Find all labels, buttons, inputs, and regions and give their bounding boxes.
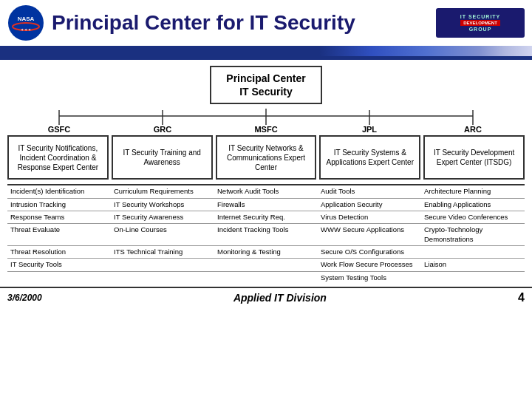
grc-branch-box: IT Security Training and Awareness [112,135,213,180]
detail-cell-3-2: Incident Tracking Tools [214,224,318,245]
detail-cell-6-2 [214,272,318,284]
detail-cell-6-0 [7,272,111,284]
detail-cell-3-3: WWW Secure Applications [318,224,421,245]
detail-cell-4-1: ITS Technical Training [111,246,214,258]
detail-cell-4-0: Threat Resolution [7,246,111,258]
detail-cell-1-4: Enabling Applications [421,199,525,211]
gsfc-branch-box: IT Security Notifications, Incident Coor… [7,135,109,180]
footer-date: 3/6/2000 [7,293,42,303]
center-box-line2: IT Security [239,86,293,98]
arc-branch-box: IT Security Development Expert Center (I… [423,135,525,180]
detail-cell-3-4: Crypto-Technology Demonstrations [421,224,525,245]
footer-page: 4 [518,291,525,304]
svg-text:✦ ✦ ✦: ✦ ✦ ✦ [21,27,32,32]
branch-boxes: IT Security Notifications, Incident Coor… [7,135,525,180]
detail-cell-5-3: Work Flow Secure Processes [318,259,421,270]
detail-rows: Incident(s) IdentificationCurriculum Req… [7,184,525,284]
center-box-wrapper: Principal Center IT Security [7,66,525,104]
detail-cell-3-1: On-Line Courses [111,224,214,245]
page-title: Principal Center for IT Security [52,11,436,35]
detail-cell-5-1 [111,259,214,270]
nasa-logo: NASA ✦ ✦ ✦ [7,4,44,41]
detail-row-0: Incident(s) IdentificationCurriculum Req… [7,184,525,197]
branch-label-gsfc: GSFC [7,125,111,134]
jpl-branch-box: IT Security Systems & Applications Exper… [319,135,420,180]
detail-row-2: Response TeamsIT Security AwarenessInter… [7,211,525,223]
detail-cell-4-2: Monitoring & Testing [214,246,318,258]
detail-cell-0-2: Network Audit Tools [214,185,318,197]
main-content: Principal Center IT Security GSFC GRC MS… [0,66,532,284]
detail-cell-6-4 [421,272,525,284]
detail-cell-2-4: Secure Video Conferences [421,211,525,223]
detail-cell-6-1 [111,272,214,284]
detail-row-1: Intrusion TrackingIT Security WorkshopsF… [7,198,525,211]
detail-row-3: Threat EvaluateOn-Line CoursesIncident T… [7,223,525,245]
footer: 3/6/2000 Applied IT Division 4 [0,287,532,307]
detail-cell-4-3: Secure O/S Configurations [318,246,421,258]
connector-lines [7,109,525,125]
detail-cell-1-0: Intrusion Tracking [7,199,111,211]
detail-cell-6-3: System Testing Tools [318,272,421,284]
blue-bar-2 [0,56,532,60]
branch-label-arc: ARC [421,125,525,134]
branch-labels: GSFC GRC MSFC JPL ARC [7,125,525,134]
detail-row-6: System Testing Tools [7,271,525,284]
detail-cell-1-2: Firewalls [214,199,318,211]
detail-cell-5-4: Liaison [421,259,525,270]
detail-cell-5-2 [214,259,318,270]
detail-cell-4-4 [421,246,525,258]
msfc-branch-box: IT Security Networks & Communications Ex… [216,135,317,180]
detail-cell-0-4: Architecture Planning [421,185,525,197]
detail-cell-2-3: Virus Detection [318,211,421,223]
svg-text:NASA: NASA [18,16,35,22]
detail-row-4: Threat ResolutionITS Technical TrainingM… [7,245,525,258]
detail-cell-3-0: Threat Evaluate [7,224,111,245]
branch-label-jpl: JPL [318,125,421,134]
detail-cell-2-1: IT Security Awareness [111,211,214,223]
security-logo: IT SECURITY DEVELOPMENT GROUP [436,8,525,38]
detail-cell-1-3: Application Security [318,199,421,211]
detail-cell-1-1: IT Security Workshops [111,199,214,211]
detail-cell-2-0: Response Teams [7,211,111,223]
detail-cell-0-3: Audit Tools [318,185,421,197]
branch-label-msfc: MSFC [214,125,318,134]
branch-label-grc: GRC [111,125,214,134]
header: NASA ✦ ✦ ✦ Principal Center for IT Secur… [0,0,532,46]
detail-cell-2-2: Internet Security Req. [214,211,318,223]
detail-cell-0-1: Curriculum Requirements [111,185,214,197]
detail-cell-0-0: Incident(s) Identification [7,185,111,197]
center-box-line1: Principal Center [226,72,305,84]
center-box: Principal Center IT Security [210,66,321,104]
detail-row-5: IT Security ToolsWork Flow Secure Proces… [7,258,525,270]
detail-cell-5-0: IT Security Tools [7,259,111,270]
blue-bar [0,46,532,56]
footer-center-text: Applied IT Division [233,292,327,304]
